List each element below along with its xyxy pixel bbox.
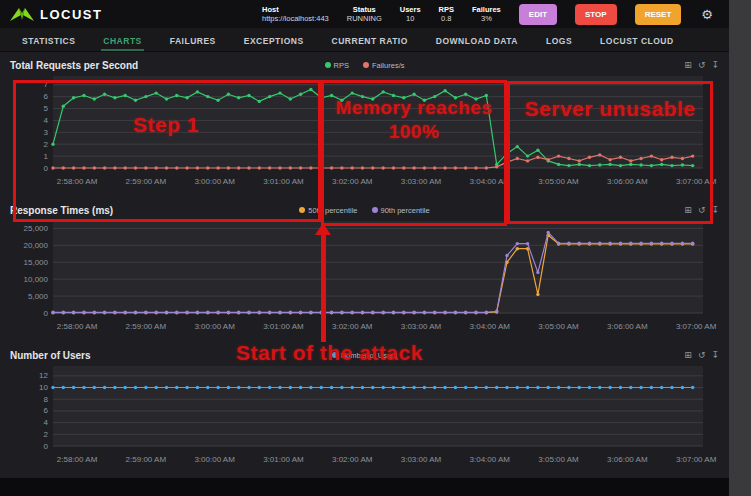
failures-label: Failures xyxy=(472,5,501,14)
svg-text:3:05:00 AM: 3:05:00 AM xyxy=(538,322,579,331)
svg-text:3:07:00 AM: 3:07:00 AM xyxy=(676,322,717,331)
rps-legend: RPS Failures/s xyxy=(10,61,719,70)
svg-text:5,000: 5,000 xyxy=(28,292,49,301)
host-stat: Host https://localhost:443 xyxy=(262,5,329,24)
svg-text:15,000: 15,000 xyxy=(24,258,49,267)
rps-value: 0.8 xyxy=(439,14,454,23)
svg-text:3:01:00 AM: 3:01:00 AM xyxy=(263,322,304,331)
host-value: https://localhost:443 xyxy=(262,14,329,23)
users-label: Users xyxy=(400,5,421,14)
svg-text:20,000: 20,000 xyxy=(24,241,49,250)
svg-text:2:58:00 AM: 2:58:00 AM xyxy=(57,322,98,331)
failures-legend-label: Failures/s xyxy=(372,61,405,70)
nav-tabs: STATISTICS CHARTS FAILURES EXCEPTIONS CU… xyxy=(0,28,729,52)
top-bar: LOCUST Host https://localhost:443 Status… xyxy=(0,0,729,28)
response-times-panel-header: Response Times (ms) 50th percentile 90th… xyxy=(10,203,719,217)
legend-item-rps[interactable]: RPS xyxy=(325,61,349,70)
svg-text:1: 1 xyxy=(44,152,49,161)
svg-text:3:02:00 AM: 3:02:00 AM xyxy=(332,322,373,331)
tab-current-ratio[interactable]: CURRENT RATIO xyxy=(330,29,410,51)
svg-text:25,000: 25,000 xyxy=(24,224,49,233)
svg-text:3:05:00 AM: 3:05:00 AM xyxy=(538,177,579,186)
svg-text:10: 10 xyxy=(39,383,48,392)
tab-charts[interactable]: CHARTS xyxy=(101,29,143,51)
svg-text:3:04:00 AM: 3:04:00 AM xyxy=(470,455,511,464)
host-label: Host xyxy=(262,5,329,14)
tab-statistics[interactable]: STATISTICS xyxy=(20,29,77,51)
rps-legend-dot xyxy=(325,62,331,68)
p90-legend-dot xyxy=(372,207,378,213)
users-legend: Number of Users xyxy=(10,351,719,360)
svg-text:3:03:00 AM: 3:03:00 AM xyxy=(401,455,442,464)
svg-text:3:00:00 AM: 3:00:00 AM xyxy=(194,455,235,464)
rps-legend-label: RPS xyxy=(334,61,349,70)
svg-text:3:03:00 AM: 3:03:00 AM xyxy=(401,177,442,186)
svg-text:3:05:00 AM: 3:05:00 AM xyxy=(538,455,579,464)
svg-text:0: 0 xyxy=(44,164,49,173)
svg-text:0: 0 xyxy=(44,442,49,451)
svg-text:2:59:00 AM: 2:59:00 AM xyxy=(126,455,167,464)
svg-text:3:04:00 AM: 3:04:00 AM xyxy=(470,322,511,331)
svg-text:2:59:00 AM: 2:59:00 AM xyxy=(126,322,167,331)
locust-logo: LOCUST xyxy=(10,7,102,22)
tab-logs[interactable]: LOGS xyxy=(544,29,574,51)
svg-text:6: 6 xyxy=(44,406,49,415)
legend-item-90th[interactable]: 90th percentile xyxy=(372,206,430,215)
status-label: Status xyxy=(347,5,382,14)
locust-logo-icon xyxy=(10,7,34,22)
rps-panel-header: Total Requests per Second RPS Failures/s… xyxy=(10,58,719,72)
svg-text:2:58:00 AM: 2:58:00 AM xyxy=(57,177,98,186)
svg-text:3:07:00 AM: 3:07:00 AM xyxy=(676,177,717,186)
svg-text:0: 0 xyxy=(44,309,49,318)
svg-text:5: 5 xyxy=(44,104,49,113)
legend-item-users[interactable]: Number of Users xyxy=(332,351,398,360)
p50-legend-dot xyxy=(299,207,305,213)
svg-text:7: 7 xyxy=(44,80,49,89)
svg-text:2:59:00 AM: 2:59:00 AM xyxy=(126,177,167,186)
edit-button[interactable]: EDIT xyxy=(519,4,557,25)
svg-text:3:07:00 AM: 3:07:00 AM xyxy=(676,455,717,464)
svg-text:10,000: 10,000 xyxy=(24,275,49,284)
svg-text:3:01:00 AM: 3:01:00 AM xyxy=(263,177,304,186)
svg-text:3:00:00 AM: 3:00:00 AM xyxy=(194,177,235,186)
legend-item-failures[interactable]: Failures/s xyxy=(363,61,405,70)
svg-text:2: 2 xyxy=(44,430,49,439)
users-legend-label: Number of Users xyxy=(341,351,398,360)
p50-legend-label: 50th percentile xyxy=(308,206,357,215)
failures-stat: Failures 3% xyxy=(472,5,501,24)
rps-label: RPS xyxy=(439,5,454,14)
gear-icon[interactable]: ⚙ xyxy=(701,7,713,22)
svg-text:3:02:00 AM: 3:02:00 AM xyxy=(332,455,373,464)
svg-text:3:02:00 AM: 3:02:00 AM xyxy=(332,177,373,186)
svg-text:12: 12 xyxy=(39,371,48,380)
svg-text:6: 6 xyxy=(44,92,49,101)
status-stat: Status RUNNING xyxy=(347,5,382,24)
header-stats: Host https://localhost:443 Status RUNNIN… xyxy=(262,4,719,25)
rps-chart: 012345672:58:00 AM2:59:00 AM3:00:00 AM3:… xyxy=(7,72,721,196)
locust-app: LOCUST Host https://localhost:443 Status… xyxy=(0,0,729,496)
p90-legend-label: 90th percentile xyxy=(381,206,430,215)
stop-button[interactable]: STOP xyxy=(575,4,617,25)
svg-text:3:00:00 AM: 3:00:00 AM xyxy=(194,322,235,331)
rps-stat: RPS 0.8 xyxy=(439,5,454,24)
svg-text:2: 2 xyxy=(44,140,49,149)
charts-page: Total Requests per Second RPS Failures/s… xyxy=(0,52,729,474)
tab-locust-cloud[interactable]: LOCUST CLOUD xyxy=(598,29,676,51)
reset-button[interactable]: RESET xyxy=(635,4,682,25)
legend-item-50th[interactable]: 50th percentile xyxy=(299,206,357,215)
svg-text:3:01:00 AM: 3:01:00 AM xyxy=(263,455,304,464)
tab-download-data[interactable]: DOWNLOAD DATA xyxy=(434,29,520,51)
svg-text:3:04:00 AM: 3:04:00 AM xyxy=(470,177,511,186)
svg-text:3:06:00 AM: 3:06:00 AM xyxy=(607,177,648,186)
svg-text:2:58:00 AM: 2:58:00 AM xyxy=(57,455,98,464)
response-times-legend: 50th percentile 90th percentile xyxy=(10,206,719,215)
users-chart: 0246810122:58:00 AM2:59:00 AM3:00:00 AM3… xyxy=(7,362,721,474)
tab-exceptions[interactable]: EXCEPTIONS xyxy=(242,29,306,51)
app-title: LOCUST xyxy=(40,7,102,22)
users-value: 10 xyxy=(400,14,421,23)
users-stat: Users 10 xyxy=(400,5,421,24)
svg-text:8: 8 xyxy=(44,395,49,404)
tab-failures[interactable]: FAILURES xyxy=(168,29,218,51)
failures-value: 3% xyxy=(472,14,501,23)
users-panel-header: Number of Users Number of Users ⊞ ↺ ↧ xyxy=(10,348,719,362)
